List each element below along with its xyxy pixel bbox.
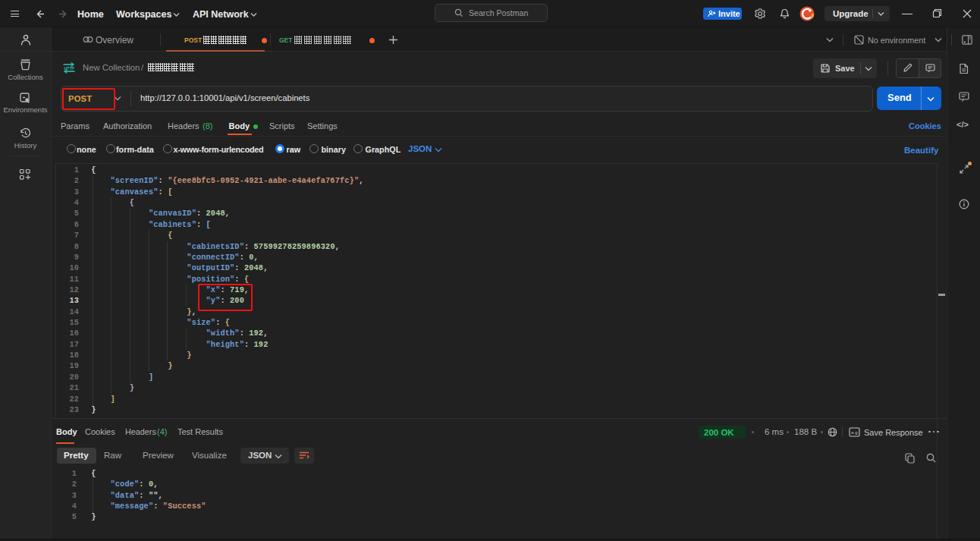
svg-text:e.g: e.g xyxy=(851,430,857,435)
svg-text:HTTP: HTTP xyxy=(64,65,74,70)
